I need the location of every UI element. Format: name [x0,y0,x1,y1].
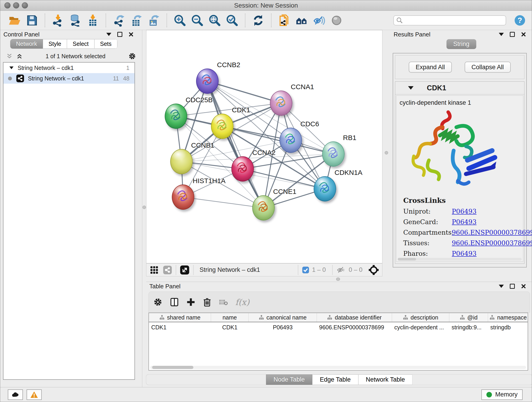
zoom-selected-icon[interactable] [226,14,238,27]
node-result-header[interactable]: CDK1 [395,82,524,95]
crosslink-value-link[interactable]: P06493 [452,208,476,215]
tab-node-table[interactable]: Node Table [266,375,312,385]
table-row[interactable]: CDK1CDK1P064939606.ENSP00000378699cyclin… [149,322,528,332]
search-icon [396,17,403,24]
zoom-fit-icon[interactable] [209,14,221,27]
network-node-RB1[interactable] [322,141,345,167]
selected-checkbox-icon[interactable] [302,266,309,274]
open-view-in-window-icon[interactable] [180,265,190,275]
tab-network[interactable]: Network [10,39,43,49]
toolbar-separator [271,13,272,27]
tab-style[interactable]: Style [43,39,67,49]
string-import-icon[interactable] [278,14,291,27]
column-header-@id[interactable]: @id [449,313,488,322]
string-share-icon[interactable] [163,265,172,274]
tab-select[interactable]: Select [67,39,94,49]
show-columns-icon[interactable] [170,298,179,307]
open-file-icon[interactable] [8,14,21,27]
create-column-icon[interactable] [186,298,196,307]
column-header-name[interactable]: name [211,313,249,322]
collapse-all-button[interactable]: Collapse All [465,62,511,73]
crosslink-value-link[interactable]: 9606.ENSP00000378699 [452,239,532,247]
left-splitter-grip[interactable] [143,206,146,209]
collapse-panel-icon[interactable] [106,33,111,36]
network-edge[interactable] [183,197,264,208]
cloud-status-button[interactable] [8,389,23,400]
collapse-panel-icon[interactable] [499,285,504,288]
network-node-CCNB1[interactable] [170,149,193,174]
network-node-CDC6[interactable] [279,128,302,153]
import-table-icon[interactable] [87,14,99,27]
network-edge[interactable] [207,81,264,208]
network-node-CDKN1A[interactable] [314,176,336,201]
close-panel-icon[interactable] [521,283,526,289]
column-header-shared-name[interactable]: shared name [149,313,211,322]
collection-expand-icon[interactable] [9,66,13,69]
collapse-all-icon[interactable] [16,53,23,59]
node-label-CCNA2: CCNA2 [252,149,276,157]
network-node-CCNB2[interactable] [196,69,219,94]
column-header-canonical-name[interactable]: canonical name [249,313,317,322]
selected-count: 1 – 0 [312,266,326,274]
save-session-icon[interactable] [26,14,38,27]
crosslink-value-link[interactable]: P06493 [452,218,476,226]
memory-button[interactable]: Memory [481,389,523,400]
crosslink-value-link[interactable]: 9606.ENSP00000378699 [452,229,532,236]
tab-sets[interactable]: Sets [94,39,117,49]
refresh-icon[interactable] [252,14,264,27]
results-panel-title: Results Panel [394,31,430,38]
column-header-description[interactable]: description [392,313,449,322]
close-panel-icon[interactable] [521,32,526,37]
close-panel-icon[interactable] [128,32,134,37]
bottom-splitter-grip[interactable] [336,278,340,281]
zoom-in-icon[interactable] [174,14,186,27]
network-node-CDK1[interactable] [211,114,234,139]
tab-string[interactable]: String [446,39,476,49]
section-collapse-icon[interactable] [408,86,413,89]
protein-thumbnail-scribble [232,157,253,181]
expand-all-button[interactable]: Expand All [409,62,452,73]
table-hscrollbar[interactable] [150,366,526,369]
export-table-icon[interactable] [130,14,143,27]
import-network-from-database-icon[interactable] [69,14,82,27]
network-node-CDC25B[interactable] [165,104,187,129]
hidden-eye-icon[interactable] [336,266,346,274]
function-builder-button[interactable]: f(x) [235,298,249,307]
column-header-database-identifier[interactable]: database identifier [317,313,392,322]
column-header-namespace[interactable]: namespace [488,313,528,322]
float-panel-icon[interactable] [117,32,122,37]
expand-all-icon[interactable] [6,53,13,59]
table-options-gear-icon[interactable] [153,298,162,307]
network-node-CCNA1[interactable] [270,90,292,116]
enable-disable-eye-icon[interactable] [313,14,325,27]
zoom-out-icon[interactable] [191,14,203,27]
export-image-icon[interactable] [147,14,160,27]
search-input[interactable] [393,15,506,26]
network-canvas[interactable]: CCNB2CCNA1CDC25BCDK1CDC6RB1CCNB1CCNA2CDK… [146,30,382,263]
hidden-count: 0 – 0 [349,266,362,274]
warnings-button[interactable] [27,389,42,400]
options-gear-icon[interactable] [128,52,136,60]
results-hscrollbar[interactable] [398,258,522,261]
crosslink-value-link[interactable]: P06493 [452,250,476,257]
view-grid-icon[interactable] [150,265,159,274]
protein-thumbnail-scribble [270,91,292,115]
network-node-CCNE1[interactable] [252,195,275,220]
string-results-box: Expand All Collapse All CDK1 cyclin-depe… [393,53,527,268]
import-network-icon[interactable] [52,14,64,27]
network-row-selected[interactable]: String Network – cdk1 11 48 [3,73,134,84]
home-pages-icon[interactable] [296,14,308,27]
right-splitter-grip[interactable] [385,151,388,154]
network-collection-row[interactable]: String Network – cdk1 1 [3,63,134,73]
export-network-icon[interactable] [113,14,125,27]
collapse-panel-icon[interactable] [499,33,504,36]
float-panel-icon[interactable] [510,32,515,37]
tab-edge-table[interactable]: Edge Table [312,375,358,385]
network-node-CCNA2[interactable] [231,156,254,182]
network-node-HIST1H1A[interactable] [172,185,194,210]
tab-network-table[interactable]: Network Table [358,375,413,385]
help-icon[interactable]: ? [514,14,526,26]
delete-column-icon[interactable] [203,298,211,307]
birdseye-crosshair-icon[interactable] [368,265,379,275]
float-panel-icon[interactable] [510,284,515,289]
